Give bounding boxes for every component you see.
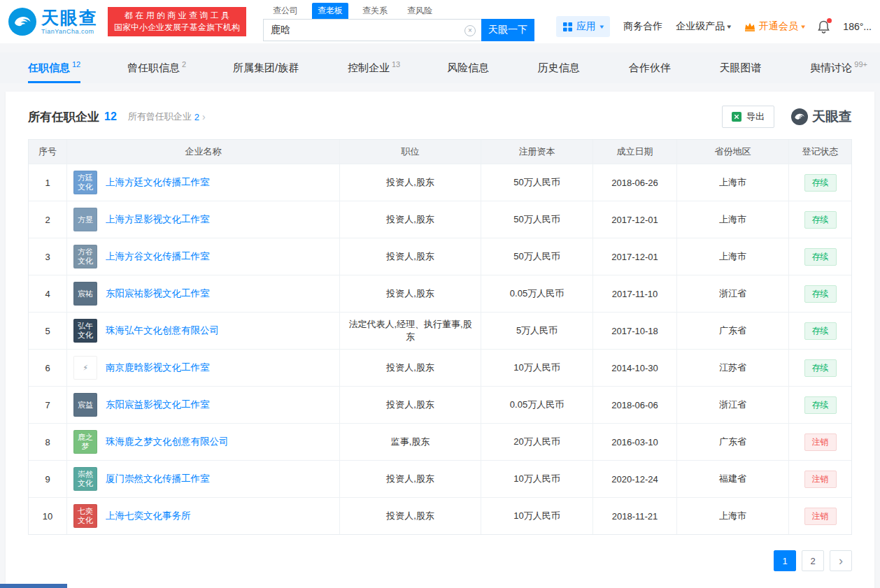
company-name-link[interactable]: 珠海弘午文化创意有限公司 xyxy=(106,324,219,337)
row-index-cell: 2 xyxy=(29,201,67,238)
status-badge: 存续 xyxy=(804,174,837,192)
row-index-cell: 7 xyxy=(29,387,67,423)
nav-tab[interactable]: 曾任职信息2 xyxy=(127,52,186,83)
status-cell: 存续 xyxy=(789,238,851,275)
position-cell: 监事,股东 xyxy=(340,424,481,460)
next-page-button[interactable]: › xyxy=(830,550,852,571)
company-cell: 崇然文化 厦门崇然文化传播工作室 xyxy=(67,461,340,497)
position-cell: 投资人,股东 xyxy=(340,461,481,497)
search-type-tab[interactable]: 查公司 xyxy=(267,3,304,19)
company-name-link[interactable]: 南京鹿晗影视文化工作室 xyxy=(106,361,210,374)
table-row: 7 宸益 东阳宸益影视文化工作室 投资人,股东 0.05万人民币 2018-06… xyxy=(29,386,851,423)
position-cell: 投资人,股东 xyxy=(340,387,481,423)
nav-tab-count: 99+ xyxy=(854,60,867,69)
company-name-link[interactable]: 上海方昱影视文化工作室 xyxy=(106,213,210,226)
row-index-cell: 8 xyxy=(29,424,67,460)
export-button[interactable]: 导出 xyxy=(722,106,774,128)
excel-icon xyxy=(732,112,741,122)
section-nav: 任职信息12 曾任职信息2 所属集团/族群 控制企业13 风险信息 历史信息 合… xyxy=(0,52,880,83)
former-positions-link[interactable]: 所有曾任职企业 2 › xyxy=(128,110,206,123)
company-name-link[interactable]: 上海七奕文化事务所 xyxy=(106,510,191,522)
company-logo: ⚡ xyxy=(73,356,97,380)
promo-banner: 都 在 用 的 商 业 查 询 工 具 国家中小企业发展子基金旗下机构 xyxy=(108,7,246,36)
clear-input-icon[interactable]: × xyxy=(464,25,476,36)
nav-tab[interactable]: 任职信息12 xyxy=(28,52,80,83)
vip-upgrade-link[interactable]: 开通会员 ▾ xyxy=(744,20,805,33)
search-type-tab[interactable]: 查风险 xyxy=(402,3,438,19)
province-cell: 上海市 xyxy=(677,238,789,275)
search-button[interactable]: 天眼一下 xyxy=(481,19,534,41)
province-cell: 江苏省 xyxy=(677,350,789,386)
nav-tab[interactable]: 风险信息 xyxy=(447,52,491,83)
company-name-link[interactable]: 上海方廷文化传播工作室 xyxy=(106,176,210,189)
company-logo: 七奕文化 xyxy=(73,504,97,528)
business-cooperation-link[interactable]: 商务合作 xyxy=(623,20,662,33)
company-cell: 七奕文化 上海七奕文化事务所 xyxy=(67,498,340,534)
chevron-right-icon: › xyxy=(202,111,206,122)
row-index-cell: 1 xyxy=(29,164,67,201)
company-name-link[interactable]: 东阳宸益影视文化工作室 xyxy=(106,399,210,411)
caret-down-icon: ▾ xyxy=(801,23,805,30)
page-button[interactable]: 1 xyxy=(774,550,796,571)
status-badge: 存续 xyxy=(804,285,837,303)
search-type-tab[interactable]: 查老板 xyxy=(312,3,348,19)
promo-banner-line1: 都 在 用 的 商 业 查 询 工 具 xyxy=(114,10,240,22)
tianyancha-logo[interactable]: 天眼查 TianYanCha.com xyxy=(8,8,98,36)
company-cell: 宸祐 东阳宸祐影视文化工作室 xyxy=(67,275,340,312)
capital-cell: 10万人民币 xyxy=(481,498,593,534)
nav-tab[interactable]: 控制企业13 xyxy=(348,52,400,83)
table-row: 10 七奕文化 上海七奕文化事务所 投资人,股东 10万人民币 2018-11-… xyxy=(29,497,851,534)
company-cell: 方廷文化 上海方廷文化传播工作室 xyxy=(67,164,340,201)
capital-cell: 20万人民币 xyxy=(481,424,593,460)
company-name-link[interactable]: 东阳宸祐影视文化工作室 xyxy=(106,287,210,300)
notification-bell-icon[interactable] xyxy=(818,20,830,34)
table-row: 9 崇然文化 厦门崇然文化传播工作室 投资人,股东 10万人民币 2020-12… xyxy=(29,460,851,497)
table-row: 5 弘午文化 珠海弘午文化创意有限公司 法定代表人,经理、执行董事,股东 5万人… xyxy=(29,312,851,349)
status-cell: 注销 xyxy=(789,424,851,460)
search-input[interactable] xyxy=(264,20,481,41)
company-name-link[interactable]: 厦门崇然文化传播工作室 xyxy=(106,473,210,485)
caret-down-icon: ▾ xyxy=(599,23,604,30)
nav-tab[interactable]: 所属集团/族群 xyxy=(233,52,301,83)
status-cell: 存续 xyxy=(789,164,851,201)
col-header-date: 成立日期 xyxy=(593,140,677,164)
promo-banner-line2: 国家中小企业发展子基金旗下机构 xyxy=(114,22,240,34)
company-cell: ⚡ 南京鹿晗影视文化工作室 xyxy=(67,350,340,386)
row-index-cell: 10 xyxy=(29,498,67,534)
crown-icon xyxy=(744,22,755,31)
nav-tab[interactable]: 天眼图谱 xyxy=(719,52,763,83)
page-title: 所有任职企业 xyxy=(28,109,99,125)
nav-tab[interactable]: 舆情讨论99+ xyxy=(810,52,867,83)
capital-cell: 50万人民币 xyxy=(481,164,593,201)
company-cell: 方昱 上海方昱影视文化工作室 xyxy=(67,201,340,238)
status-badge: 存续 xyxy=(804,396,837,414)
date-cell: 2016-03-10 xyxy=(593,424,677,460)
company-name-link[interactable]: 上海方谷文化传播工作室 xyxy=(106,250,210,263)
company-logo: 宸祐 xyxy=(73,282,97,306)
apps-menu[interactable]: 应用 ▾ xyxy=(556,16,611,37)
col-header-status: 登记状态 xyxy=(789,140,851,164)
status-cell: 存续 xyxy=(789,313,851,349)
company-logo: 弘午文化 xyxy=(73,319,97,343)
notification-dot xyxy=(827,18,832,23)
col-header-index: 序号 xyxy=(29,140,67,164)
search-box: × xyxy=(263,19,481,41)
col-header-company: 企业名称 xyxy=(67,140,340,164)
company-logo: 宸益 xyxy=(73,393,97,417)
top-header: 天眼查 TianYanCha.com 都 在 用 的 商 业 查 询 工 具 国… xyxy=(0,0,880,43)
nav-tab[interactable]: 合作伙伴 xyxy=(629,52,673,83)
company-name-link[interactable]: 珠海鹿之梦文化创意有限公司 xyxy=(106,436,229,448)
enterprise-products-link[interactable]: 企业级产品 ▾ xyxy=(676,20,731,33)
nav-tab[interactable]: 历史信息 xyxy=(538,52,582,83)
position-cell: 投资人,股东 xyxy=(340,350,481,386)
position-cell: 投资人,股东 xyxy=(340,238,481,275)
search-type-tab[interactable]: 查关系 xyxy=(357,3,393,19)
account-phone[interactable]: 186°... xyxy=(843,21,872,32)
capital-cell: 50万人民币 xyxy=(481,201,593,238)
page-button[interactable]: 2 xyxy=(802,550,824,571)
positions-table: 序号 企业名称 职位 注册资本 成立日期 省份地区 登记状态 1 方廷文化 上海… xyxy=(28,139,852,535)
status-badge: 注销 xyxy=(804,508,837,525)
company-logo: 方谷文化 xyxy=(73,245,97,268)
search-type-tabs: 查公司 查老板 查关系 查风险 xyxy=(263,2,534,19)
date-cell: 2017-10-18 xyxy=(593,313,677,349)
